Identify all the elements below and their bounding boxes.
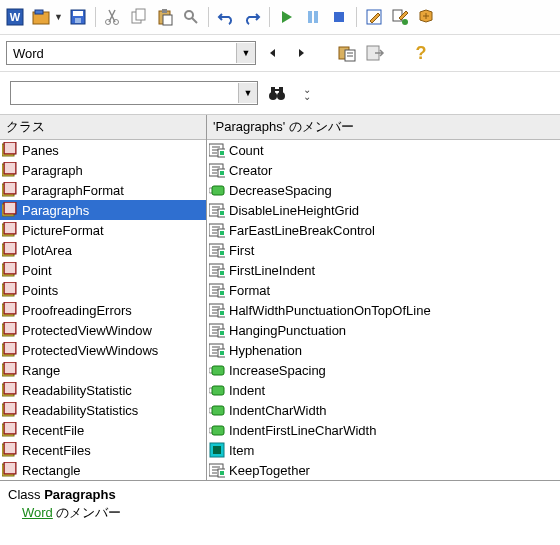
member-item[interactable]: FirstLineIndent [207, 260, 560, 280]
member-item[interactable]: DecreaseSpacing [207, 180, 560, 200]
member-item[interactable]: HalfWidthPunctuationOnTopOfLine [207, 300, 560, 320]
library-combo[interactable]: Word ▼ [6, 41, 256, 65]
class-item[interactable]: Points [0, 280, 206, 300]
class-item[interactable]: Point [0, 260, 206, 280]
classes-pane: クラス PanesParagraphParagraphFormatParagra… [0, 115, 207, 480]
svg-rect-31 [334, 12, 344, 22]
nav-forward-icon[interactable] [290, 42, 312, 64]
class-icon [2, 222, 18, 238]
class-item[interactable]: ProtectedViewWindows [0, 340, 206, 360]
default-icon [209, 442, 225, 458]
item-label: IncreaseSpacing [229, 363, 326, 378]
member-item[interactable]: IndentFirstLineCharWidth [207, 420, 560, 440]
member-item[interactable]: First [207, 240, 560, 260]
member-item[interactable]: Item [207, 440, 560, 460]
copy-to-clipboard-icon[interactable] [336, 42, 358, 64]
copy-icon[interactable] [128, 6, 150, 28]
svg-point-27 [185, 11, 193, 19]
item-label: HalfWidthPunctuationOnTopOfLine [229, 303, 431, 318]
stop-icon[interactable] [328, 6, 350, 28]
item-label: Item [229, 443, 254, 458]
svg-text:?: ? [416, 44, 427, 62]
member-item[interactable]: IncreaseSpacing [207, 360, 560, 380]
member-item[interactable]: DisableLineHeightGrid [207, 200, 560, 220]
nav-back-icon[interactable] [262, 42, 284, 64]
svg-rect-25 [162, 9, 167, 13]
members-list[interactable]: CountCreatorDecreaseSpacingDisableLineHe… [207, 140, 560, 480]
view-definition-icon[interactable] [364, 42, 386, 64]
class-icon [2, 382, 18, 398]
project-icon[interactable] [30, 6, 52, 28]
item-label: FirstLineIndent [229, 263, 315, 278]
method-icon [209, 362, 225, 378]
prop-icon [209, 322, 225, 338]
class-icon [2, 282, 18, 298]
prop-icon [209, 262, 225, 278]
class-item[interactable]: Panes [0, 140, 206, 160]
member-item[interactable]: HangingPunctuation [207, 320, 560, 340]
member-item[interactable]: FarEastLineBreakControl [207, 220, 560, 240]
item-label: ProtectedViewWindow [22, 323, 152, 338]
class-item[interactable]: ParagraphFormat [0, 180, 206, 200]
class-item[interactable]: ProofreadingErrors [0, 300, 206, 320]
redo-icon[interactable] [241, 6, 263, 28]
class-item[interactable]: ProtectedViewWindow [0, 320, 206, 340]
svg-rect-26 [163, 15, 172, 25]
undo-icon[interactable] [215, 6, 237, 28]
item-label: Point [22, 263, 52, 278]
prop-icon [209, 302, 225, 318]
member-item[interactable]: Format [207, 280, 560, 300]
class-item[interactable]: PictureFormat [0, 220, 206, 240]
item-label: Paragraphs [22, 203, 89, 218]
search-combo[interactable]: ▼ [10, 81, 258, 105]
prop-icon [209, 142, 225, 158]
class-item[interactable]: RecentFile [0, 420, 206, 440]
svg-rect-19 [75, 18, 81, 23]
help-icon[interactable]: ? [410, 42, 432, 64]
class-item[interactable]: Rectangle [0, 460, 206, 480]
svg-rect-44 [279, 87, 283, 94]
toolbox-icon[interactable] [415, 6, 437, 28]
project-dropdown-icon[interactable]: ▼ [54, 12, 63, 22]
item-label: Panes [22, 143, 59, 158]
details-library-link[interactable]: Word [22, 505, 53, 520]
class-icon [2, 182, 18, 198]
chevron-down-icon[interactable]: ▼ [238, 83, 257, 103]
design-mode-icon[interactable] [363, 6, 385, 28]
class-item[interactable]: Paragraphs [0, 200, 206, 220]
classes-header: クラス [0, 115, 206, 140]
class-item[interactable]: Range [0, 360, 206, 380]
binoculars-icon[interactable] [266, 82, 288, 104]
prop-icon [209, 162, 225, 178]
properties-icon[interactable] [389, 6, 411, 28]
item-label: DisableLineHeightGrid [229, 203, 359, 218]
paste-icon[interactable] [154, 6, 176, 28]
member-item[interactable]: Hyphenation [207, 340, 560, 360]
prop-icon [209, 342, 225, 358]
cut-icon[interactable] [102, 6, 124, 28]
class-item[interactable]: ReadabilityStatistics [0, 400, 206, 420]
members-header: 'Paragraphs' のメンバー [207, 115, 560, 140]
word-app-icon[interactable]: W [4, 6, 26, 28]
class-item[interactable]: Paragraph [0, 160, 206, 180]
item-label: Hyphenation [229, 343, 302, 358]
class-item[interactable]: ReadabilityStatistic [0, 380, 206, 400]
member-item[interactable]: KeepTogether [207, 460, 560, 480]
classes-list[interactable]: PanesParagraphParagraphFormatParagraphsP… [0, 140, 206, 480]
class-icon [2, 202, 18, 218]
class-item[interactable]: RecentFiles [0, 440, 206, 460]
expand-search-icon[interactable]: ⌄⌄ [296, 82, 318, 104]
member-item[interactable]: Indent [207, 380, 560, 400]
chevron-down-icon[interactable]: ▼ [236, 43, 255, 63]
save-icon[interactable] [67, 6, 89, 28]
find-icon[interactable] [180, 6, 202, 28]
member-item[interactable]: IndentCharWidth [207, 400, 560, 420]
pause-icon[interactable] [302, 6, 324, 28]
run-icon[interactable] [276, 6, 298, 28]
member-item[interactable]: Creator [207, 160, 560, 180]
class-item[interactable]: PlotArea [0, 240, 206, 260]
item-label: RecentFiles [22, 443, 91, 458]
member-item[interactable]: Count [207, 140, 560, 160]
class-icon [2, 142, 18, 158]
prop-icon [209, 242, 225, 258]
